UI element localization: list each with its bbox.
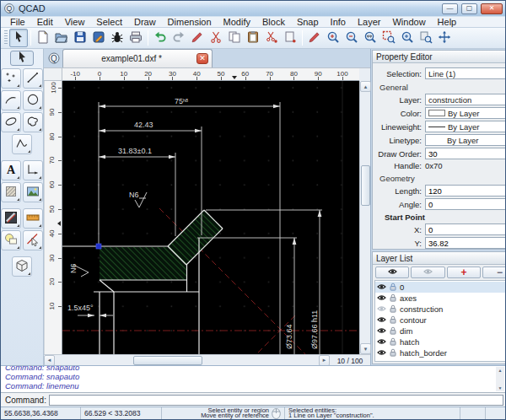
undo-button[interactable] [151, 29, 170, 47]
vertical-scrollbar[interactable]: ▲ ▼ [359, 81, 370, 354]
draw-order-input[interactable] [425, 148, 506, 159]
scroll-up-icon[interactable]: ▲ [498, 368, 503, 373]
menu-file[interactable]: File [4, 17, 31, 28]
zoom-window-button[interactable] [380, 29, 398, 47]
arc-tool-button[interactable] [1, 90, 21, 110]
layer-row-hatch[interactable]: hatch [375, 337, 506, 347]
redo-button[interactable] [170, 29, 188, 47]
lock-icon[interactable] [389, 283, 397, 293]
menu-view[interactable]: View [59, 17, 91, 28]
pen-button[interactable] [188, 29, 207, 47]
color-select[interactable]: By Layer [425, 107, 506, 119]
spline-tool-button[interactable] [23, 112, 43, 132]
drawing-canvas[interactable]: 75h8 42.43 31.83±0.1 1.5x45° Ø73.64 Ø97.… [62, 81, 359, 354]
eye-icon[interactable] [377, 315, 386, 326]
menu-select[interactable]: Select [90, 17, 128, 28]
text-tool-button[interactable]: A [1, 160, 21, 180]
paste-reference-button[interactable] [281, 29, 299, 47]
layer-row-contour[interactable]: contour [375, 315, 506, 326]
menu-modify[interactable]: Modify [218, 17, 256, 28]
dimension-tool-button[interactable] [23, 160, 43, 180]
remove-layer-button[interactable]: − [482, 267, 506, 278]
scroll-right-icon[interactable]: ► [319, 355, 330, 366]
layer-row-axes[interactable]: axes [375, 293, 506, 304]
menu-draw[interactable]: Draw [128, 17, 162, 28]
length-input[interactable] [425, 185, 506, 197]
vscroll-thumb[interactable] [361, 165, 370, 206]
lock-icon[interactable] [389, 348, 397, 358]
block-tool-button[interactable] [1, 230, 21, 250]
eye-icon[interactable] [377, 293, 386, 304]
linetype-select[interactable]: By Layer [425, 134, 506, 146]
image-tool-button[interactable] [23, 182, 43, 202]
new-file-button[interactable] [34, 29, 52, 47]
menu-snap[interactable]: Snap [291, 17, 325, 28]
eye-icon[interactable] [377, 348, 386, 358]
history-scrollbar[interactable]: ▲▼ [496, 367, 504, 391]
menu-window[interactable]: Window [386, 17, 431, 28]
cut-reference-button[interactable] [262, 29, 281, 47]
menu-dimension[interactable]: Dimension [162, 17, 218, 28]
maximize-button[interactable]: ▢ [461, 3, 477, 14]
hatch-tool-button[interactable] [1, 182, 21, 202]
select-pointer-button[interactable] [9, 29, 28, 47]
command-input[interactable] [49, 395, 503, 406]
hide-all-layers-button[interactable] [411, 267, 444, 278]
lock-icon[interactable] [389, 315, 397, 326]
copy-button[interactable] [225, 29, 244, 47]
angle-input[interactable] [425, 198, 506, 210]
open-file-button[interactable] [52, 29, 71, 47]
scroll-left-icon[interactable]: ◄ [44, 355, 55, 366]
drawing-preferences-button[interactable] [89, 29, 108, 47]
toolbar-grip[interactable] [4, 30, 8, 46]
selected-point-marker[interactable] [96, 244, 101, 249]
solid-tool-button[interactable] [12, 256, 32, 277]
draw-pen-button[interactable] [305, 29, 324, 47]
start-y-input[interactable] [425, 237, 506, 249]
save-file-button[interactable] [71, 29, 89, 47]
zoom-out-alt-button[interactable] [398, 29, 417, 47]
eye-icon[interactable] [377, 326, 386, 337]
polyline-tool-button[interactable] [12, 134, 32, 154]
select-pointer-tool[interactable] [10, 51, 34, 66]
layer-row-hatch_border[interactable]: hatch_border [375, 347, 506, 358]
scroll-down-icon[interactable]: ▼ [360, 343, 371, 354]
scroll-up-icon[interactable]: ▲ [360, 81, 371, 92]
hscroll-thumb[interactable] [133, 356, 202, 365]
add-layer-button[interactable]: + [447, 267, 481, 278]
lineweight-select[interactable]: By Layer [425, 121, 506, 132]
point-tool-button[interactable] [1, 68, 21, 89]
eye-icon[interactable] [377, 304, 386, 315]
scroll-down-icon[interactable]: ▼ [498, 385, 503, 390]
layer-row-dim[interactable]: dim [375, 326, 506, 337]
paste-button[interactable] [244, 29, 262, 47]
circle-tool-button[interactable] [23, 90, 43, 110]
lock-icon[interactable] [389, 337, 397, 347]
start-x-input[interactable] [425, 223, 506, 235]
menu-edit[interactable]: Edit [31, 17, 59, 28]
zoom-previous-button[interactable] [417, 29, 435, 47]
layer-row-construction[interactable]: construction [375, 304, 506, 315]
lock-icon[interactable] [389, 293, 397, 304]
pan-button[interactable] [435, 29, 454, 47]
selection-select[interactable]: Line (1) [425, 67, 506, 79]
ellipse-tool-button[interactable] [1, 112, 21, 132]
print-button[interactable] [126, 29, 145, 47]
zoom-out-button[interactable] [342, 29, 361, 47]
close-button[interactable]: ✕ [481, 3, 503, 14]
tab-example01[interactable]: example01.dxf * ✕ [62, 49, 213, 67]
modify-tool-button[interactable] [23, 230, 43, 250]
zoom-auto-button[interactable] [361, 29, 380, 47]
eye-icon[interactable] [377, 283, 386, 293]
menu-layer[interactable]: Layer [352, 17, 387, 28]
menu-help[interactable]: Help [432, 17, 463, 28]
zoom-in-button[interactable] [324, 29, 342, 47]
eye-icon[interactable] [377, 337, 386, 347]
menu-block[interactable]: Block [256, 17, 291, 28]
show-all-layers-button[interactable] [375, 267, 409, 278]
measure-tool-button[interactable] [1, 208, 21, 229]
tab-close-icon[interactable]: ✕ [196, 53, 208, 64]
layer-row-0[interactable]: 0 [375, 282, 506, 293]
lock-icon[interactable] [389, 304, 397, 315]
ruler-tool-button[interactable] [23, 208, 43, 229]
